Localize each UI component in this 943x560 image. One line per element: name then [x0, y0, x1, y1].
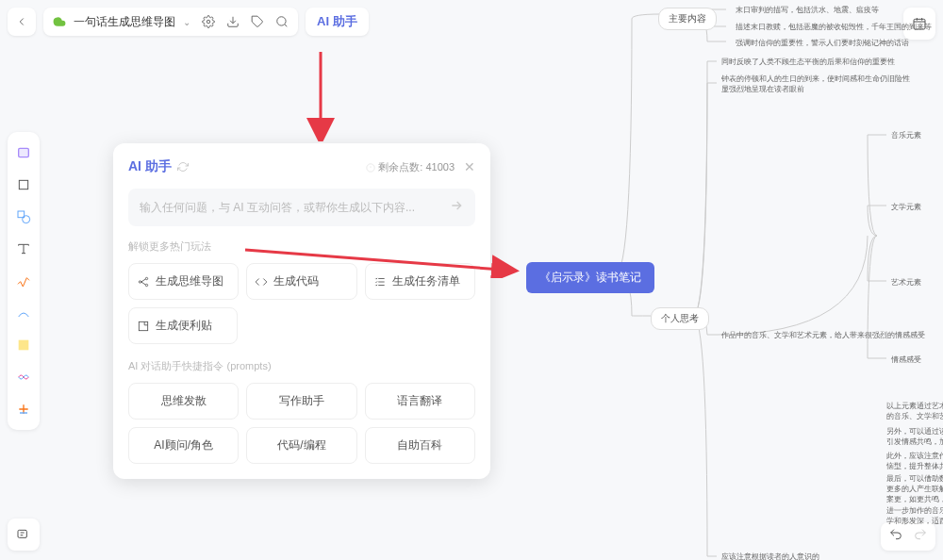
send-button[interactable] [449, 198, 464, 217]
prompt-translate[interactable]: 语言翻译 [365, 383, 475, 420]
tool-shape[interactable] [10, 204, 37, 230]
left-tools-panel [8, 132, 40, 430]
quick-mindmap[interactable]: 生成思维导图 [128, 263, 239, 300]
leaf-t11[interactable]: 最后，可以借助数学让更多的人产生联解决方案更，如更共鸣，从而进一步加作的音乐、文… [886, 473, 943, 526]
ai-title-text: AI 助手 [128, 158, 172, 175]
points-text: 剩余点数: 41003 [378, 161, 455, 173]
settings-icon[interactable] [202, 15, 215, 28]
leaf-t9[interactable]: 另外，可以通过读本会引发情感共鸣，加深 [886, 426, 943, 447]
quick-tasks-label: 生成任务清单 [392, 273, 460, 289]
sticky-icon [137, 320, 150, 333]
leaf-thought-1[interactable]: 同时反映了人类不顾生态平衡的后果和信仰的重要性 [721, 57, 895, 67]
svg-rect-8 [18, 530, 26, 537]
quick-actions-row1: 生成思维导图 生成代码 生成任务清单 [128, 263, 475, 300]
leaf-literature[interactable]: 文学元素 [891, 202, 921, 212]
mindmap-canvas[interactable]: 主要内容 个人思考 末日审判的描写，包括洪水、地震、瘟疫等 描述末日教赎，包括恶… [622, 0, 943, 560]
points-remaining: 剩余点数: 41003 [366, 160, 455, 174]
leaf-main-2[interactable]: 描述末日教赎，包括恶魔的被收铅毁性，千年王国的到来等 [736, 22, 932, 32]
svg-point-11 [139, 280, 141, 282]
prompt-coding[interactable]: 代码/编程 [246, 427, 356, 464]
prompt-brainstorm[interactable]: 思维发散 [128, 383, 239, 420]
chevron-down-icon: ⌄ [183, 17, 190, 27]
prompts-grid: 思维发散 写作助手 语言翻译 AI顾问/角色 代码/编程 自助百科 [128, 383, 475, 464]
svg-point-1 [277, 17, 286, 25]
svg-point-13 [145, 284, 147, 286]
prompt-consultant[interactable]: AI顾问/角色 [128, 427, 239, 464]
code-icon [255, 275, 268, 288]
layers-icon [16, 527, 31, 542]
tag-icon[interactable] [251, 15, 264, 28]
download-icon[interactable] [226, 15, 240, 28]
quick-code-label: 生成代码 [273, 273, 319, 289]
layers-button[interactable] [8, 519, 40, 551]
leaf-main-3[interactable]: 强调时信仰的重要性，警示人们要时刻铭记神的话语 [736, 38, 909, 48]
leaf-art[interactable]: 艺术元素 [891, 277, 921, 288]
mindmap-icon [137, 275, 150, 288]
ai-panel-meta: 剩余点数: 41003 ✕ [366, 159, 475, 174]
quick-actions-row2: 生成便利贴 [128, 307, 475, 344]
leaf-t8[interactable]: 以上元素通过艺术家中的音乐、文学和艺 [886, 401, 943, 421]
ai-assistant-button[interactable]: AI 助手 [306, 8, 369, 36]
search-icon[interactable] [275, 15, 289, 28]
prompts-section-label: AI 对话助手快捷指令 (prompts) [128, 359, 475, 373]
leaf-thought-6[interactable]: 作品中的音乐、文学和艺术元素，给人带来很强烈的情感感受 [721, 330, 925, 340]
svg-rect-14 [139, 321, 147, 330]
tool-pen[interactable] [10, 268, 37, 294]
tool-line[interactable] [10, 300, 37, 326]
leaf-t12[interactable]: 应该注意根据读者的人意识的 [721, 552, 819, 560]
document-title-bar[interactable]: 一句话生成思维导图 ⌄ [43, 8, 298, 36]
leaf-main-1[interactable]: 末日审判的描写，包括洪水、地震、瘟疫等 [736, 5, 879, 15]
ai-panel-title: AI 助手 [128, 158, 189, 175]
ai-input-container [128, 189, 475, 226]
send-icon [449, 198, 464, 213]
branch-personal-thoughts[interactable]: 个人思考 [651, 307, 709, 330]
top-toolbar: 一句话生成思维导图 ⌄ AI 助手 [8, 8, 369, 36]
tool-frame[interactable] [10, 172, 37, 198]
leaf-t10[interactable]: 此外，应该注意作品板恼型，提升整体共 [886, 451, 943, 471]
svg-rect-7 [19, 340, 29, 351]
tool-mindmap[interactable] [10, 364, 37, 390]
close-button[interactable]: ✕ [464, 159, 475, 174]
svg-point-12 [145, 277, 147, 279]
quick-sticky[interactable]: 生成便利贴 [128, 307, 238, 344]
annotation-arrow-down [302, 47, 339, 141]
svg-rect-3 [19, 148, 29, 156]
ai-prompt-input[interactable] [140, 201, 441, 214]
quick-tasks[interactable]: 生成任务清单 [365, 263, 475, 300]
svg-line-2 [285, 25, 288, 27]
back-button[interactable] [8, 8, 36, 36]
checklist-icon [373, 275, 387, 288]
chevron-left-icon [15, 15, 28, 28]
svg-point-0 [207, 20, 210, 24]
cloud-icon [53, 15, 66, 28]
svg-rect-4 [19, 180, 27, 189]
refresh-icon[interactable] [177, 161, 189, 173]
quick-section-label: 解锁更多热门玩法 [128, 239, 475, 254]
ai-assistant-panel: AI 助手 剩余点数: 41003 ✕ 解锁更多热门玩法 生成思维导图 生成代码 [113, 143, 490, 479]
quick-code[interactable]: 生成代码 [246, 263, 356, 300]
tool-sticky[interactable] [10, 332, 37, 358]
quick-mindmap-label: 生成思维导图 [156, 273, 223, 289]
branch-main-content[interactable]: 主要内容 [658, 8, 717, 30]
svg-point-6 [23, 216, 30, 223]
tool-text[interactable] [10, 236, 37, 262]
leaf-emotion[interactable]: 情感感受 [891, 354, 921, 365]
prompt-writing[interactable]: 写作助手 [246, 383, 356, 420]
leaf-thought-2[interactable]: 钟表的停顿和人的生日的到来，使时间感和生命仍旧险性显强烈地呈现在读者眼前 [721, 74, 910, 94]
leaf-music[interactable]: 音乐元素 [891, 130, 921, 140]
tool-more[interactable] [10, 396, 37, 422]
document-title: 一句话生成思维导图 [74, 14, 175, 30]
quick-sticky-label: 生成便利贴 [156, 318, 212, 334]
tool-template[interactable] [10, 140, 37, 166]
ai-panel-header: AI 助手 剩余点数: 41003 ✕ [128, 158, 475, 175]
prompt-encyclopedia[interactable]: 自助百科 [365, 427, 475, 464]
